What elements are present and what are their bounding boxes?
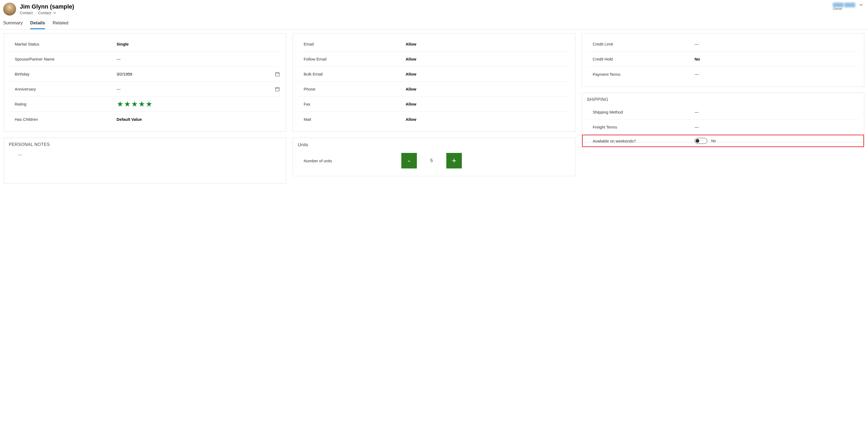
star-icon[interactable]: ★ — [117, 100, 123, 108]
field-bulk-email[interactable]: Bulk Email Allow — [298, 67, 570, 82]
field-label: Bulk Email — [298, 72, 401, 76]
star-icon[interactable]: ★ — [138, 100, 145, 108]
field-label: Shipping Method — [587, 110, 690, 114]
section-title: Units — [298, 142, 570, 148]
field-value: Allow — [406, 72, 570, 76]
field-value: --- — [117, 57, 270, 61]
contact-avatar[interactable] — [3, 3, 16, 16]
form-tabs: Summary Details Related — [3, 20, 865, 29]
separator-dot: · — [35, 11, 36, 15]
section-title: PERSONAL NOTES — [9, 142, 281, 147]
toggle-switch[interactable] — [694, 138, 707, 144]
calendar-icon[interactable] — [274, 72, 281, 77]
calendar-icon[interactable] — [274, 87, 281, 92]
field-shipping-method[interactable]: Shipping Method --- — [587, 105, 859, 120]
svg-rect-4 — [276, 88, 279, 91]
field-marital-status[interactable]: Marital Status Single — [9, 37, 281, 52]
contact-prefs-card: Email Allow Follow Email Allow Bulk Emai… — [292, 33, 575, 132]
notes-value[interactable]: --- — [9, 150, 281, 178]
field-value: --- — [694, 125, 859, 129]
field-label: Mail — [298, 117, 401, 122]
star-icon[interactable]: ★ — [131, 100, 138, 108]
field-value: Allow — [406, 102, 570, 106]
field-label: Available on weekends? — [587, 139, 690, 143]
toggle-value: No — [711, 139, 716, 143]
field-label: Phone — [298, 87, 401, 91]
field-fax[interactable]: Fax Allow — [298, 97, 570, 112]
decrement-button[interactable]: - — [401, 153, 417, 169]
field-email[interactable]: Email Allow — [298, 37, 570, 52]
field-label: Email — [298, 42, 401, 46]
field-value: Allow — [406, 57, 570, 61]
owner-block[interactable]: ████ ████ Owner — [833, 3, 865, 11]
field-label: Birthday — [9, 72, 113, 76]
owner-label: Owner — [833, 7, 855, 11]
increment-button[interactable]: + — [446, 153, 462, 169]
field-value: Single — [117, 42, 270, 46]
field-label: Payment Terms — [587, 72, 690, 77]
field-label: Credit Hold — [587, 57, 690, 61]
field-value: ★ ★ ★ ★ ★ — [117, 100, 270, 108]
field-credit-hold[interactable]: Credit Hold No — [587, 52, 859, 67]
field-value: --- — [694, 72, 859, 77]
units-value[interactable]: 5 — [417, 158, 446, 163]
tab-related[interactable]: Related — [53, 20, 68, 29]
field-label: Spouse/Partner Name — [9, 57, 113, 61]
personal-info-card: Marital Status Single Spouse/Partner Nam… — [4, 33, 286, 132]
units-label: Number of units — [298, 158, 401, 163]
units-stepper: - 5 + — [401, 153, 462, 169]
field-label: Rating — [9, 102, 113, 106]
field-spouse-name[interactable]: Spouse/Partner Name --- — [9, 52, 281, 67]
field-credit-limit[interactable]: Credit Limit --- — [587, 37, 859, 52]
chevron-down-icon[interactable] — [859, 3, 863, 7]
star-icon[interactable]: ★ — [146, 100, 152, 108]
field-available-weekends[interactable]: Available on weekends? No — [582, 135, 864, 147]
field-label: Freight Terms — [587, 125, 690, 129]
shipping-card: SHIPPING Shipping Method --- Freight Ter… — [582, 93, 864, 143]
billing-card: Credit Limit --- Credit Hold No Payment … — [582, 33, 864, 87]
field-value: Allow — [406, 42, 570, 46]
chevron-down-icon[interactable] — [53, 11, 56, 14]
field-value: Default Value — [117, 117, 270, 122]
section-title: SHIPPING — [587, 97, 859, 102]
field-freight-terms[interactable]: Freight Terms --- — [587, 120, 859, 135]
field-value: --- — [694, 42, 859, 46]
field-has-children[interactable]: Has Children Default Value — [9, 112, 281, 127]
field-label: Credit Limit — [587, 42, 690, 46]
field-rating[interactable]: Rating ★ ★ ★ ★ ★ — [9, 97, 281, 112]
field-follow-email[interactable]: Follow Email Allow — [298, 52, 570, 67]
field-value: --- — [117, 87, 270, 91]
field-payment-terms[interactable]: Payment Terms --- — [587, 67, 859, 82]
form-selector-label[interactable]: Contact — [38, 11, 51, 15]
field-mail[interactable]: Mail Allow — [298, 112, 570, 127]
units-card: Units Number of units - 5 + — [292, 138, 575, 176]
field-label: Follow Email — [298, 57, 401, 61]
field-value: No — [694, 57, 859, 61]
entity-type-label: Contact — [20, 11, 33, 15]
field-label: Has Children — [9, 117, 113, 122]
owner-name: ████ ████ — [833, 3, 855, 7]
tab-details[interactable]: Details — [30, 20, 45, 29]
page-header: Jim Glynn (sample) Contact · Contact ███… — [0, 0, 868, 29]
star-rating[interactable]: ★ ★ ★ ★ ★ — [117, 100, 152, 108]
entity-subtitle: Contact · Contact — [20, 11, 74, 15]
field-anniversary[interactable]: Anniversary --- — [9, 82, 281, 97]
personal-notes-card: PERSONAL NOTES --- — [4, 138, 286, 183]
field-label: Marital Status — [9, 42, 113, 46]
tab-summary[interactable]: Summary — [3, 20, 23, 29]
field-label: Fax — [298, 102, 401, 106]
entity-title: Jim Glynn (sample) — [20, 3, 74, 10]
svg-rect-0 — [276, 72, 279, 76]
field-label: Anniversary — [9, 87, 113, 91]
field-value: Allow — [406, 87, 570, 91]
field-birthday[interactable]: Birthday 3/2/1959 — [9, 67, 281, 82]
field-value: 3/2/1959 — [117, 72, 270, 76]
star-icon[interactable]: ★ — [124, 100, 131, 108]
field-value: --- — [694, 110, 859, 114]
field-value: Allow — [406, 117, 570, 122]
field-phone[interactable]: Phone Allow — [298, 82, 570, 97]
